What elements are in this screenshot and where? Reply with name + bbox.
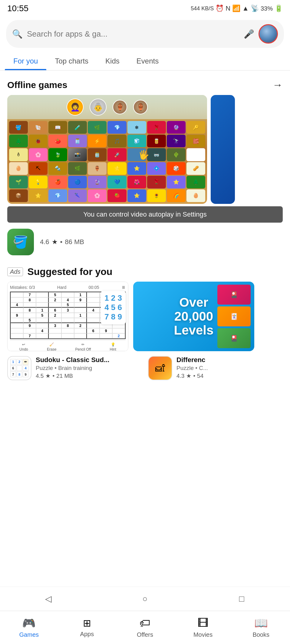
signal-icon: 📡 [251,5,259,12]
apps-icon: ⊞ [83,617,91,629]
offline-games-banner[interactable]: 👩‍🦱 👵 🏺 🏺 🪣 🐚 📖 🧪 🌿 💎 ❄ 🌹 🔮 🔑 🌲 [0,95,290,204]
battery-icon: 🔋 [275,5,283,12]
search-input[interactable] [27,29,239,39]
sudoku-app-name: Sudoku - Classic Sud... [36,356,142,364]
status-time: 10:55 [7,4,28,13]
levels-card-preview: Over 20,000 Levels 🎴 🃏 🎴 [133,282,254,351]
diff-app-rating: 4.3 ★ • 54 [176,372,283,379]
sudoku-app-category: Puzzle • Brain training [36,365,142,371]
back-button[interactable]: ◁ [41,591,56,606]
book-stacks: 🎴 🃏 🎴 [217,285,251,348]
hint-btn[interactable]: 💡Hint [110,342,116,351]
sudoku-app-icon: 1 2 ✏ 6 4 7 8 9 [7,356,31,380]
ads-section-title: Suggested for you [27,266,112,277]
volte-icon: 📶 [232,5,240,12]
search-icon: 🔍 [12,29,23,39]
sudoku-header: Mistakes: 0/3 Hard 00:05 ⏸ [10,285,126,290]
undo-btn[interactable]: ↩Undo [19,342,28,351]
toast-message: You can control video autoplay in Settin… [7,206,283,223]
offline-games-arrow[interactable]: → [272,79,283,91]
sudoku-number-picker: 1 2 34 5 67 8 9 [101,291,126,324]
status-bar: 10:55 544 KB/S ⏰ N 📶 ▲ 📡 33% 🔋 [0,0,290,17]
nav-movies[interactable]: 🎞 Movies [174,614,232,641]
search-bar[interactable]: 🔍 🎤 [6,20,284,48]
sudoku-toolbar: ↩Undo 🧹Erase ✏Pencil Off 💡Hint [10,340,126,351]
wifi-icon: ▲ [242,5,249,12]
levels-card[interactable]: Over 20,000 Levels 🎴 🃏 🎴 [133,282,254,351]
games-label: Games [19,631,39,638]
recents-icon: □ [239,594,244,604]
nfc-icon: N [226,5,230,12]
suggested-cards-row: Mistakes: 0/3 Hard 00:05 ⏸ 7 5 1 [0,282,290,351]
tab-bar: For you Top charts Kids Events [0,52,290,70]
movies-label: Movies [193,631,213,638]
offers-icon: 🏷 [140,617,150,629]
char1: 👩‍🦱 [67,99,84,116]
diff-icon-bg: 🛋 [149,357,172,380]
bottom-nav: 🎮 Games ⊞ Apps 🏷 Offers 🎞 Movies 📖 Books [0,611,290,644]
pencil-btn[interactable]: ✏Pencil Off [75,342,91,351]
ads-section: Ads Suggested for you Mistakes: 0/3 Hard… [0,259,290,385]
second-game-card-peek [211,95,235,204]
erase-btn[interactable]: 🧹Erase [47,342,56,351]
tab-for-you[interactable]: For you [5,52,46,70]
diff-app-icon: 🛋 [148,356,172,380]
sudoku-app-details: Sudoku - Classic Sud... Puzzle • Brain t… [36,356,142,379]
tab-events[interactable]: Events [128,52,167,70]
featured-app-row: 🪣 4.6 ★ • 86 MB [0,225,290,259]
sudoku-app-rating: 4.5 ★ • 21 MB [36,372,142,379]
books-label: Books [252,631,269,638]
home-button[interactable]: ○ [137,591,153,606]
ads-badge: Ads [7,267,23,276]
system-nav-bar: ◁ ○ □ [0,587,290,611]
nav-games[interactable]: 🎮 Games [0,614,58,641]
sudoku-card[interactable]: Mistakes: 0/3 Hard 00:05 ⏸ 7 5 1 [7,282,128,351]
featured-app-size: 86 MB [65,238,84,246]
status-icons: 544 KB/S ⏰ N 📶 ▲ 📡 33% 🔋 [191,5,283,12]
sudoku-app-item[interactable]: 1 2 ✏ 6 4 7 8 9 Sudoku - Classic Sud... … [7,356,142,380]
avatar-image [259,25,277,43]
featured-app-info: 4.6 ★ • 86 MB [40,238,283,246]
recents-button[interactable]: □ [234,591,249,606]
books-icon: 📖 [254,617,268,629]
ads-label-row: Ads Suggested for you [0,266,290,282]
offers-label: Offers [137,631,153,638]
nav-books[interactable]: 📖 Books [232,614,290,641]
featured-app-icon: 🪣 [7,229,34,255]
diff-size-separator: • [193,373,195,379]
nav-offers[interactable]: 🏷 Offers [116,614,174,641]
avatar[interactable] [259,24,278,44]
mic-icon[interactable]: 🎤 [244,29,254,39]
diff-app-category: Puzzle • C... [176,365,283,371]
home-icon: ○ [143,594,148,604]
featured-app-rating: 4.6 ★ • 86 MB [40,238,283,246]
offline-games-title: Offline games [7,80,67,90]
vase1: 🏺 [113,100,127,114]
vase2: 🏺 [133,100,148,114]
star-icon: ★ [52,238,58,246]
network-speed: 544 KB/S [191,5,214,12]
diff-app-details: Differenc Puzzle • C... 4.3 ★ • 54 [176,356,283,379]
diff-app-name: Differenc [176,356,283,364]
apps-label: Apps [80,631,94,638]
sudoku-card-preview: Mistakes: 0/3 Hard 00:05 ⏸ 7 5 1 [7,282,128,351]
suggested-apps-details: 1 2 ✏ 6 4 7 8 9 Sudoku - Classic Sud... … [0,351,290,385]
sudoku-size-separator: • [52,373,54,379]
diff-star-icon: ★ [186,372,191,379]
tab-kids[interactable]: Kids [97,52,128,70]
offline-games-header: Offline games → [0,70,290,95]
char2: 👵 [90,99,107,116]
games-icon: 🎮 [22,617,36,629]
back-icon: ◁ [45,594,52,604]
nav-apps[interactable]: ⊞ Apps [58,615,116,640]
battery-text: 33% [261,5,273,12]
alarm-icon: ⏰ [216,5,224,12]
app-size-separator: • [60,238,63,246]
movies-icon: 🎞 [198,617,209,629]
diff-app-item[interactable]: 🛋 Differenc Puzzle • C... 4.3 ★ • 54 [148,356,283,380]
levels-bg: Over 20,000 Levels 🎴 🃏 🎴 [133,282,254,351]
game-banner-image: 👩‍🦱 👵 🏺 🏺 🪣 🐚 📖 🧪 🌿 💎 ❄ 🌹 🔮 🔑 🌲 [7,95,207,204]
tab-top-charts[interactable]: Top charts [46,52,97,70]
sudoku-star-icon: ★ [45,372,51,379]
